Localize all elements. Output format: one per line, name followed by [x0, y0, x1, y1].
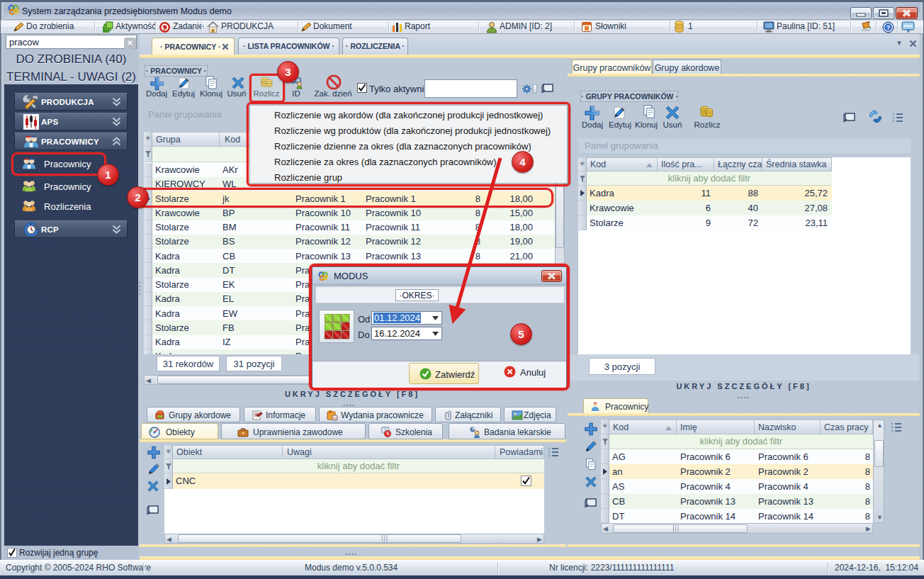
svg-text:16: 16	[332, 416, 337, 420]
svg-text:?: ?	[886, 24, 891, 31]
